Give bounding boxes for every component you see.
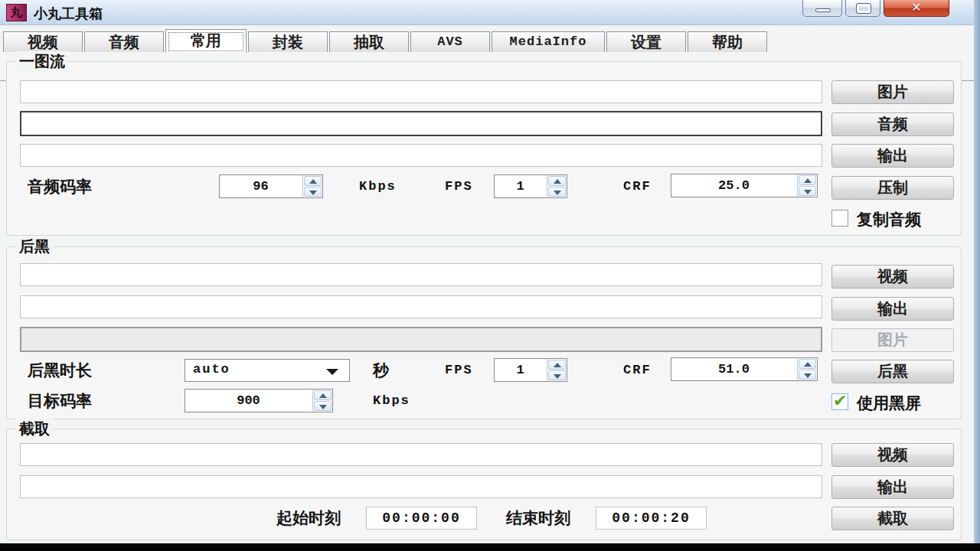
- fps-spinner[interactable]: [494, 358, 567, 382]
- picture-button[interactable]: 图片: [831, 80, 954, 104]
- close-icon: ✕: [884, 0, 949, 15]
- title-bar: 丸 小丸工具箱 ✕: [0, 0, 974, 25]
- picture-button-disabled: 图片: [831, 328, 954, 352]
- group-clip-legend: 截取: [16, 419, 53, 439]
- crf-value[interactable]: [671, 174, 796, 197]
- audio-path-input[interactable]: [20, 111, 822, 136]
- spin-up-icon[interactable]: [548, 176, 566, 186]
- screen-bottom-black-bar: [0, 543, 980, 551]
- spin-up-icon[interactable]: [314, 390, 332, 400]
- output-path-input[interactable]: [20, 295, 822, 318]
- crf-spin-buttons: [797, 174, 817, 197]
- window-title: 小丸工具箱: [34, 5, 103, 23]
- end-time-label: 结束时刻: [506, 507, 570, 530]
- audio-button[interactable]: 音频: [831, 112, 954, 136]
- black-duration-combobox[interactable]: auto: [185, 359, 350, 382]
- tab-common[interactable]: 常用: [165, 29, 247, 53]
- group-append-black: 后黑 后黑时长 auto 秒 FPS CRF 目标码率: [6, 246, 962, 419]
- tab-mediainfo[interactable]: MediaInfo: [492, 31, 605, 52]
- maximize-button[interactable]: [845, 0, 880, 17]
- tab-video[interactable]: 视频: [3, 31, 83, 52]
- spin-down-icon[interactable]: [799, 370, 816, 380]
- check-icon: ✔: [833, 391, 847, 410]
- crf-spinner[interactable]: [671, 174, 818, 197]
- group-clip: 截取 起始时刻 结束时刻 视频 输出 截取: [6, 429, 962, 540]
- output-path-input[interactable]: [20, 144, 822, 167]
- target-bitrate-spin-buttons: [312, 390, 332, 412]
- fps-label: FPS: [445, 175, 473, 198]
- audio-bitrate-spinner[interactable]: [219, 174, 323, 198]
- target-bitrate-spinner[interactable]: [185, 389, 333, 412]
- spin-up-icon[interactable]: [799, 359, 816, 369]
- start-time-label: 起始时刻: [276, 507, 341, 530]
- group-append-black-legend: 后黑: [16, 236, 53, 257]
- spin-down-icon[interactable]: [548, 370, 566, 380]
- spin-down-icon[interactable]: [799, 186, 816, 196]
- video-path-input[interactable]: [20, 263, 822, 286]
- close-button[interactable]: ✕: [884, 0, 949, 17]
- spin-up-icon[interactable]: [304, 176, 322, 186]
- fps-value[interactable]: [495, 175, 546, 197]
- target-bitrate-unit-label: Kbps: [373, 390, 410, 412]
- audio-bitrate-label: 音频码率: [28, 175, 92, 198]
- crf-spin-buttons: [797, 358, 817, 380]
- video-button[interactable]: 视频: [831, 443, 954, 467]
- chevron-down-icon: [326, 369, 338, 375]
- use-black-screen-checkbox[interactable]: ✔: [831, 393, 848, 410]
- tab-help[interactable]: 帮助: [688, 31, 767, 52]
- crf-value[interactable]: [671, 358, 796, 380]
- audio-bitrate-spin-buttons: [302, 175, 322, 197]
- fps-spinner[interactable]: [494, 174, 567, 198]
- copy-audio-checkbox[interactable]: [831, 210, 848, 227]
- fps-spin-buttons: [547, 175, 567, 197]
- minimize-icon: [815, 8, 831, 12]
- tab-avs[interactable]: AVS: [410, 31, 490, 52]
- tab-mux[interactable]: 封装: [248, 31, 328, 52]
- output-button[interactable]: 输出: [831, 297, 954, 321]
- output-button[interactable]: 输出: [831, 144, 954, 168]
- tab-audio[interactable]: 音频: [84, 31, 164, 52]
- fps-value[interactable]: [495, 359, 546, 381]
- fps-spin-buttons: [547, 359, 567, 381]
- app-window: 丸 小丸工具箱 ✕ 视频 音频 常用 封装 抽取 AVS MediaInfo 设…: [0, 0, 974, 543]
- clip-button[interactable]: 截取: [831, 507, 954, 530]
- target-bitrate-label: 目标码率: [28, 390, 92, 412]
- tab-extract[interactable]: 抽取: [329, 31, 409, 52]
- video-path-input[interactable]: [20, 443, 822, 466]
- spin-up-icon[interactable]: [799, 175, 816, 185]
- spin-up-icon[interactable]: [548, 360, 566, 370]
- black-duration-value: auto: [193, 362, 230, 377]
- group-one-image-stream: 一图流 音频码率 Kbps FPS CRF: [6, 61, 962, 236]
- maximize-icon: [857, 4, 871, 13]
- app-icon: 丸: [6, 4, 27, 21]
- output-path-input[interactable]: [20, 475, 822, 498]
- black-duration-label: 后黑时长: [28, 359, 92, 382]
- tab-bar: 视频 音频 常用 封装 抽取 AVS MediaInfo 设置 帮助: [0, 29, 974, 52]
- tab-settings[interactable]: 设置: [606, 31, 686, 52]
- start-time-input[interactable]: [366, 507, 477, 530]
- use-black-screen-label: 使用黑屏: [857, 393, 921, 414]
- end-time-input[interactable]: [596, 507, 707, 530]
- picture-path-input-disabled: [20, 327, 822, 352]
- tab-focus-rect: [168, 32, 243, 51]
- copy-audio-label: 复制音频: [857, 209, 921, 230]
- append-black-button[interactable]: 后黑: [831, 360, 954, 383]
- group-one-image-stream-legend: 一图流: [16, 51, 68, 72]
- minimize-button[interactable]: [802, 0, 842, 17]
- window-right-border: [974, 0, 980, 543]
- fps-label: FPS: [445, 359, 473, 382]
- spin-down-icon[interactable]: [304, 187, 322, 197]
- picture-path-input[interactable]: [20, 80, 822, 103]
- crf-spinner[interactable]: [671, 357, 818, 381]
- spin-down-icon[interactable]: [548, 187, 566, 197]
- audio-bitrate-value[interactable]: [220, 175, 302, 197]
- target-bitrate-value[interactable]: [185, 390, 312, 412]
- audio-bitrate-unit-label: Kbps: [359, 175, 397, 198]
- seconds-unit-label: 秒: [373, 359, 389, 382]
- encode-button[interactable]: 压制: [831, 176, 954, 200]
- spin-down-icon[interactable]: [314, 401, 332, 411]
- app-icon-glyph: 丸: [11, 5, 22, 19]
- output-button[interactable]: 输出: [831, 475, 954, 499]
- video-button[interactable]: 视频: [831, 265, 954, 289]
- crf-label: CRF: [623, 359, 652, 382]
